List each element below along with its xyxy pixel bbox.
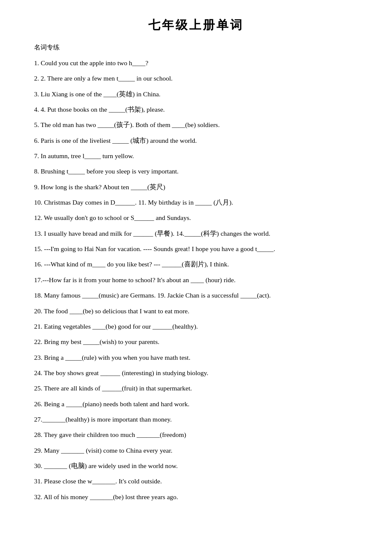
question-item: 32. All of his money _______(be) lost th… [34, 491, 358, 503]
question-item: 10. Christmas Day comes in D______. 11. … [34, 197, 358, 208]
question-item: 15. ---I'm going to Hai Nan for vacation… [34, 243, 358, 254]
page-title: 七年级上册单词 [34, 17, 358, 33]
question-item: 23. Bring a _____(rule) with you when yo… [34, 352, 358, 363]
question-item: 4. 4. Put those books on the _____(书架), … [34, 104, 358, 115]
section-label: 名词专练 [34, 43, 358, 52]
question-item: 22. Bring my best _____(wish) to your pa… [34, 336, 358, 347]
question-item: 12. We usually don't go to school or S__… [34, 212, 358, 223]
question-item: 18. Many famous _____(music) are Germans… [34, 290, 358, 301]
question-item: 28. They gave their children too much __… [34, 429, 358, 440]
question-item: 5. The old man has two _____(孩子). Both o… [34, 119, 358, 130]
question-item: 13. I usually have bread and milk for __… [34, 228, 358, 239]
question-item: 2. 2. There are only a few men t_____ in… [34, 73, 358, 84]
question-item: 26. Being a _____(piano) needs both tale… [34, 399, 358, 410]
question-item: 20. The food ____(be) so delicious that … [34, 306, 358, 317]
question-item: 29. Many _______ (visit) come to China e… [34, 445, 358, 456]
question-item: 30. _______ (电脑) are widely used in the … [34, 460, 358, 471]
question-item: 1. Could you cut the apple into two h___… [34, 58, 358, 69]
question-item: 8. Brushing t_____ before you sleep is v… [34, 166, 358, 177]
questions-list: 1. Could you cut the apple into two h___… [34, 58, 358, 503]
question-item: 9. How long is the shark? About ten ____… [34, 182, 358, 193]
question-item: 16. ---What kind of m____ do you like be… [34, 259, 358, 270]
question-item: 17.---How far is it from your home to sc… [34, 275, 358, 286]
question-item: 21. Eating vegetables ____(be) good for … [34, 321, 358, 332]
question-item: 31. Please close the w_______. It's cold… [34, 476, 358, 487]
question-item: 3. Liu Xiang is one of the ____(英雄) in C… [34, 89, 358, 100]
question-item: 6. Paris is one of the liveliest _____ (… [34, 135, 358, 146]
question-item: 27._______(healthy) is more important th… [34, 414, 358, 425]
question-item: 25. There are all kinds of ______(fruit)… [34, 383, 358, 394]
question-item: 7. In autumn, tree l_____ turn yellow. [34, 150, 358, 162]
question-item: 24. The boy shows great ______ (interest… [34, 367, 358, 379]
